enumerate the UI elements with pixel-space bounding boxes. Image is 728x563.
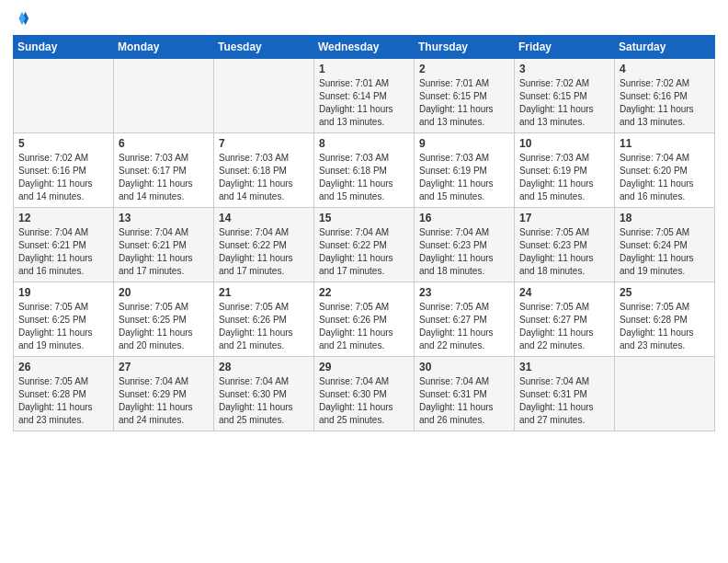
- day-info: Sunrise: 7:04 AM Sunset: 6:21 PM Dayligh…: [119, 226, 209, 278]
- weekday-header: Monday: [114, 35, 214, 58]
- day-number: 21: [219, 286, 309, 299]
- day-number: 14: [219, 212, 309, 224]
- day-number: 25: [620, 286, 710, 299]
- calendar-cell: 25Sunrise: 7:05 AM Sunset: 6:28 PM Dayli…: [615, 282, 715, 356]
- day-info: Sunrise: 7:04 AM Sunset: 6:23 PM Dayligh…: [419, 226, 509, 278]
- day-info: Sunrise: 7:01 AM Sunset: 6:15 PM Dayligh…: [419, 77, 509, 129]
- day-info: Sunrise: 7:04 AM Sunset: 6:31 PM Dayligh…: [419, 375, 509, 427]
- calendar-cell: 30Sunrise: 7:04 AM Sunset: 6:31 PM Dayli…: [415, 356, 515, 431]
- day-info: Sunrise: 7:02 AM Sunset: 6:16 PM Dayligh…: [620, 77, 710, 129]
- day-number: 28: [219, 361, 309, 373]
- calendar-cell: 12Sunrise: 7:04 AM Sunset: 6:21 PM Dayli…: [14, 207, 114, 282]
- day-number: 7: [219, 137, 309, 150]
- day-number: 31: [519, 361, 609, 373]
- calendar-cell: 22Sunrise: 7:05 AM Sunset: 6:26 PM Dayli…: [314, 282, 415, 356]
- day-info: Sunrise: 7:03 AM Sunset: 6:18 PM Dayligh…: [219, 152, 309, 203]
- day-info: Sunrise: 7:04 AM Sunset: 6:29 PM Dayligh…: [119, 375, 209, 427]
- weekday-header: Thursday: [415, 35, 515, 58]
- calendar-cell: 2Sunrise: 7:01 AM Sunset: 6:15 PM Daylig…: [415, 58, 515, 132]
- calendar-cell: 28Sunrise: 7:04 AM Sunset: 6:30 PM Dayli…: [214, 356, 314, 431]
- logo: [13, 9, 30, 28]
- calendar-cell: [214, 58, 314, 132]
- day-number: 9: [419, 137, 509, 150]
- calendar-cell: 31Sunrise: 7:04 AM Sunset: 6:31 PM Dayli…: [515, 356, 615, 431]
- calendar-cell: 20Sunrise: 7:05 AM Sunset: 6:25 PM Dayli…: [114, 282, 214, 356]
- day-number: 29: [319, 361, 409, 373]
- day-number: 20: [119, 286, 209, 299]
- day-info: Sunrise: 7:02 AM Sunset: 6:16 PM Dayligh…: [18, 152, 108, 203]
- week-row: 19Sunrise: 7:05 AM Sunset: 6:25 PM Dayli…: [14, 282, 715, 356]
- day-info: Sunrise: 7:03 AM Sunset: 6:19 PM Dayligh…: [519, 152, 609, 203]
- day-number: 2: [419, 63, 509, 75]
- day-info: Sunrise: 7:05 AM Sunset: 6:26 PM Dayligh…: [319, 301, 409, 352]
- day-number: 1: [319, 63, 409, 75]
- week-row: 5Sunrise: 7:02 AM Sunset: 6:16 PM Daylig…: [14, 132, 715, 207]
- calendar-cell: 11Sunrise: 7:04 AM Sunset: 6:20 PM Dayli…: [615, 132, 715, 207]
- weekday-header: Sunday: [14, 35, 114, 58]
- day-info: Sunrise: 7:05 AM Sunset: 6:25 PM Dayligh…: [119, 301, 209, 352]
- calendar-cell: 9Sunrise: 7:03 AM Sunset: 6:19 PM Daylig…: [415, 132, 515, 207]
- header: [13, 9, 715, 28]
- day-number: 11: [620, 137, 710, 150]
- weekday-header: Friday: [515, 35, 615, 58]
- calendar-cell: 6Sunrise: 7:03 AM Sunset: 6:17 PM Daylig…: [114, 132, 214, 207]
- day-number: 5: [18, 137, 108, 150]
- day-info: Sunrise: 7:04 AM Sunset: 6:31 PM Dayligh…: [519, 375, 609, 427]
- week-row: 1Sunrise: 7:01 AM Sunset: 6:14 PM Daylig…: [14, 58, 715, 132]
- day-info: Sunrise: 7:03 AM Sunset: 6:19 PM Dayligh…: [419, 152, 509, 203]
- day-number: 12: [18, 212, 108, 224]
- day-info: Sunrise: 7:05 AM Sunset: 6:23 PM Dayligh…: [519, 226, 609, 278]
- day-info: Sunrise: 7:04 AM Sunset: 6:22 PM Dayligh…: [219, 226, 309, 278]
- day-info: Sunrise: 7:01 AM Sunset: 6:14 PM Dayligh…: [319, 77, 409, 129]
- day-number: 8: [319, 137, 409, 150]
- day-number: 16: [419, 212, 509, 224]
- calendar-cell: 18Sunrise: 7:05 AM Sunset: 6:24 PM Dayli…: [615, 207, 715, 282]
- day-number: 22: [319, 286, 409, 299]
- calendar-cell: 26Sunrise: 7:05 AM Sunset: 6:28 PM Dayli…: [14, 356, 114, 431]
- calendar-cell: 7Sunrise: 7:03 AM Sunset: 6:18 PM Daylig…: [214, 132, 314, 207]
- calendar-table: SundayMondayTuesdayWednesdayThursdayFrid…: [13, 35, 715, 431]
- calendar-cell: 1Sunrise: 7:01 AM Sunset: 6:14 PM Daylig…: [314, 58, 415, 132]
- day-info: Sunrise: 7:04 AM Sunset: 6:30 PM Dayligh…: [219, 375, 309, 427]
- day-number: 24: [519, 286, 609, 299]
- weekday-header: Wednesday: [314, 35, 415, 58]
- day-info: Sunrise: 7:05 AM Sunset: 6:27 PM Dayligh…: [519, 301, 609, 352]
- calendar-cell: 10Sunrise: 7:03 AM Sunset: 6:19 PM Dayli…: [515, 132, 615, 207]
- calendar-cell: 5Sunrise: 7:02 AM Sunset: 6:16 PM Daylig…: [14, 132, 114, 207]
- day-info: Sunrise: 7:05 AM Sunset: 6:24 PM Dayligh…: [620, 226, 710, 278]
- calendar-cell: 14Sunrise: 7:04 AM Sunset: 6:22 PM Dayli…: [214, 207, 314, 282]
- day-info: Sunrise: 7:05 AM Sunset: 6:28 PM Dayligh…: [18, 375, 108, 427]
- day-number: 19: [18, 286, 108, 299]
- logo-icon: [14, 10, 30, 27]
- day-number: 10: [519, 137, 609, 150]
- day-info: Sunrise: 7:04 AM Sunset: 6:21 PM Dayligh…: [18, 226, 108, 278]
- day-info: Sunrise: 7:05 AM Sunset: 6:28 PM Dayligh…: [620, 301, 710, 352]
- week-row: 12Sunrise: 7:04 AM Sunset: 6:21 PM Dayli…: [14, 207, 715, 282]
- calendar-cell: 3Sunrise: 7:02 AM Sunset: 6:15 PM Daylig…: [515, 58, 615, 132]
- calendar-cell: 15Sunrise: 7:04 AM Sunset: 6:22 PM Dayli…: [314, 207, 415, 282]
- day-number: 4: [620, 63, 710, 75]
- day-number: 23: [419, 286, 509, 299]
- day-info: Sunrise: 7:05 AM Sunset: 6:26 PM Dayligh…: [219, 301, 309, 352]
- calendar-cell: 29Sunrise: 7:04 AM Sunset: 6:30 PM Dayli…: [314, 356, 415, 431]
- weekday-header-row: SundayMondayTuesdayWednesdayThursdayFrid…: [14, 35, 715, 58]
- day-number: 13: [119, 212, 209, 224]
- day-number: 3: [519, 63, 609, 75]
- calendar-cell: 4Sunrise: 7:02 AM Sunset: 6:16 PM Daylig…: [615, 58, 715, 132]
- day-info: Sunrise: 7:04 AM Sunset: 6:20 PM Dayligh…: [620, 152, 710, 203]
- day-number: 18: [620, 212, 710, 224]
- calendar-cell: 23Sunrise: 7:05 AM Sunset: 6:27 PM Dayli…: [415, 282, 515, 356]
- day-info: Sunrise: 7:02 AM Sunset: 6:15 PM Dayligh…: [519, 77, 609, 129]
- calendar-cell: [615, 356, 715, 431]
- day-info: Sunrise: 7:04 AM Sunset: 6:30 PM Dayligh…: [319, 375, 409, 427]
- day-number: 27: [119, 361, 209, 373]
- calendar-cell: [114, 58, 214, 132]
- day-info: Sunrise: 7:04 AM Sunset: 6:22 PM Dayligh…: [319, 226, 409, 278]
- page-container: SundayMondayTuesdayWednesdayThursdayFrid…: [0, 0, 728, 444]
- weekday-header: Saturday: [615, 35, 715, 58]
- calendar-cell: 19Sunrise: 7:05 AM Sunset: 6:25 PM Dayli…: [14, 282, 114, 356]
- day-number: 15: [319, 212, 409, 224]
- day-info: Sunrise: 7:05 AM Sunset: 6:25 PM Dayligh…: [18, 301, 108, 352]
- day-number: 17: [519, 212, 609, 224]
- week-row: 26Sunrise: 7:05 AM Sunset: 6:28 PM Dayli…: [14, 356, 715, 431]
